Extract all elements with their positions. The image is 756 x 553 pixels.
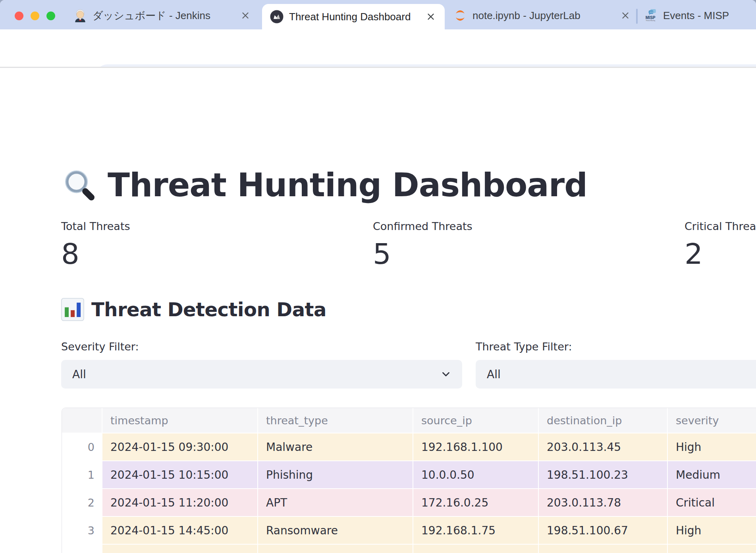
tab-title: Threat Hunting Dashboard <box>289 11 419 23</box>
table-cell <box>539 545 667 553</box>
metric-confirmed-threats: Confirmed Threats 5 <box>373 220 685 270</box>
tab-title: note.ipynb - JupyterLab <box>472 10 614 22</box>
row-index-cell: 1 <box>62 461 102 488</box>
section-heading-text: Threat Detection Data <box>91 298 326 321</box>
table-cell: 2024-01-15 11:20:00 <box>102 489 257 516</box>
threat-type-filter: Threat Type Filter: All <box>476 340 756 389</box>
table-cell: 172.16.0.25 <box>413 489 538 516</box>
table-cell: 192.168.1.100 <box>413 433 538 460</box>
column-header-destination_ip[interactable]: destination_ip <box>539 408 667 433</box>
metric-value: 2 <box>685 238 756 270</box>
row-index-cell <box>62 545 102 553</box>
severity-filter: Severity Filter: All <box>61 340 462 389</box>
select-value: All <box>72 368 86 381</box>
column-header-threat_type[interactable]: threat_type <box>258 408 413 433</box>
jenkins-favicon-icon <box>73 9 87 22</box>
select-value: All <box>487 368 501 381</box>
page-title-text: Threat Hunting Dashboard <box>108 166 587 204</box>
jupyter-favicon-icon <box>453 9 467 22</box>
streamlit-app: Threat Hunting Dashboard Total Threats 8… <box>0 68 756 553</box>
tab-strip: ダッシュボード - Jenkins Threat Hunting Dashboa… <box>0 0 756 29</box>
table-row: 32024-01-15 14:45:00Ransomware192.168.1.… <box>62 517 756 544</box>
row-index-cell: 3 <box>62 517 102 544</box>
metric-label: Confirmed Threats <box>373 220 685 233</box>
svg-text:MISP: MISP <box>646 15 656 20</box>
threat-type-select[interactable]: All <box>476 360 756 389</box>
table-row <box>62 545 756 553</box>
table-cell: Ransomware <box>258 517 413 544</box>
table-cell: High <box>668 433 756 460</box>
threat-data-table[interactable]: timestampthreat_typesource_ipdestination… <box>62 408 756 553</box>
tab-close-icon[interactable] <box>425 11 437 23</box>
metrics-row: Total Threats 8 Confirmed Threats 5 Crit… <box>61 220 756 270</box>
table-cell: High <box>668 517 756 544</box>
table-header-row: timestampthreat_typesource_ipdestination… <box>62 408 756 433</box>
table-cell: 10.0.0.50 <box>413 461 538 488</box>
tab-close-icon[interactable] <box>239 10 251 21</box>
table-cell: Phishing <box>258 461 413 488</box>
severity-select[interactable]: All <box>61 360 462 389</box>
metric-critical-threats: Critical Threats 2 <box>685 220 756 270</box>
table-cell: Medium <box>668 461 756 488</box>
row-index-cell: 2 <box>62 489 102 516</box>
table-cell: APT <box>258 489 413 516</box>
table-cell: 192.168.1.75 <box>413 517 538 544</box>
tab-jupyterlab[interactable]: note.ipynb - JupyterLab <box>453 0 631 29</box>
table-row: 12024-01-15 10:15:00Phishing10.0.0.50198… <box>62 461 756 488</box>
section-heading: Threat Detection Data <box>61 296 326 323</box>
column-header-severity[interactable]: severity <box>668 408 756 433</box>
chevron-down-icon <box>440 368 452 382</box>
table-cell <box>102 545 257 553</box>
tab-close-icon[interactable] <box>619 10 631 21</box>
table-cell: 198.51.100.67 <box>539 517 667 544</box>
tab-title: Events - MISP <box>663 10 756 22</box>
table-cell: 198.51.100.23 <box>539 461 667 488</box>
table-row: 22024-01-15 11:20:00APT172.16.0.25203.0.… <box>62 489 756 516</box>
window-minimize-button[interactable] <box>31 12 39 20</box>
corner-header-cell[interactable] <box>62 408 102 433</box>
table-cell: 203.0.113.78 <box>539 489 667 516</box>
table-row: 02024-01-15 09:30:00Malware192.168.1.100… <box>62 433 756 460</box>
misp-favicon-icon: MISP Threat Sharing <box>644 9 658 22</box>
column-header-timestamp[interactable]: timestamp <box>102 408 257 433</box>
row-index-cell: 0 <box>62 433 102 460</box>
table-cell: Malware <box>258 433 413 460</box>
bar-chart-icon <box>61 298 84 321</box>
page-title: Threat Hunting Dashboard <box>61 166 587 204</box>
tab-jenkins[interactable]: ダッシュボード - Jenkins <box>73 0 251 29</box>
table-cell <box>413 545 538 553</box>
crown-favicon-icon <box>270 10 284 23</box>
filter-label: Threat Type Filter: <box>476 340 756 354</box>
magnifier-icon <box>61 166 99 204</box>
metric-label: Critical Threats <box>685 220 756 233</box>
table-cell: 203.0.113.45 <box>539 433 667 460</box>
filter-label: Severity Filter: <box>61 340 462 354</box>
svg-text:Threat Sharing: Threat Sharing <box>646 20 655 21</box>
column-header-source_ip[interactable]: source_ip <box>413 408 538 433</box>
table-cell <box>258 545 413 553</box>
table-cell: 2024-01-15 09:30:00 <box>102 433 257 460</box>
metric-total-threats: Total Threats 8 <box>61 220 373 270</box>
browser-window: ダッシュボード - Jenkins Threat Hunting Dashboa… <box>0 0 756 553</box>
window-zoom-button[interactable] <box>46 12 55 20</box>
traffic-lights <box>15 12 55 20</box>
tab-title: ダッシュボード - Jenkins <box>93 9 234 23</box>
table-cell: 2024-01-15 10:15:00 <box>102 461 257 488</box>
metric-value: 5 <box>373 238 685 270</box>
table-cell <box>668 545 756 553</box>
table-body: 02024-01-15 09:30:00Malware192.168.1.100… <box>62 433 756 553</box>
tab-threat-dashboard[interactable]: Threat Hunting Dashboard <box>262 4 445 29</box>
tab-misp[interactable]: MISP Threat Sharing Events - MISP <box>644 0 756 29</box>
table-cell: Critical <box>668 489 756 516</box>
window-close-button[interactable] <box>15 12 23 20</box>
metric-label: Total Threats <box>61 220 373 233</box>
metric-value: 8 <box>61 238 373 270</box>
browser-toolbar: localhost:8081 <box>0 29 756 67</box>
table-cell: 2024-01-15 14:45:00 <box>102 517 257 544</box>
tab-separator <box>636 9 638 24</box>
